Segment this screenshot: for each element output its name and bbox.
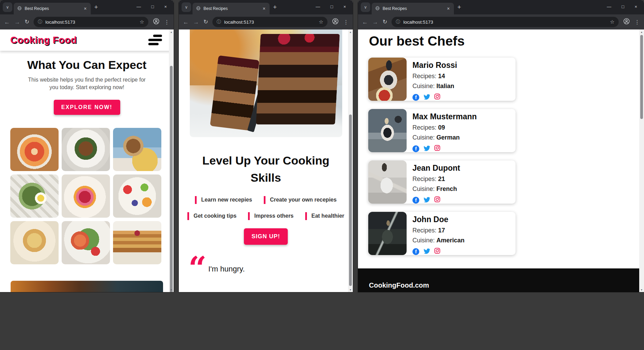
scroll-down-icon[interactable]: ▼: [348, 287, 353, 292]
tab-search-chevron-icon[interactable]: ∨: [182, 2, 191, 12]
instagram-icon[interactable]: [434, 248, 441, 255]
food-photo-pancakes: [113, 221, 161, 264]
food-photo-salmon: [62, 221, 110, 264]
back-icon[interactable]: ←: [183, 19, 189, 25]
page-viewport-2: Level Up Your Cooking Skills Learn new r…: [179, 29, 353, 292]
forward-icon[interactable]: →: [193, 19, 199, 25]
quote-text: I'm hungry.: [208, 265, 245, 274]
facebook-icon[interactable]: f: [412, 145, 419, 152]
instagram-icon[interactable]: [434, 93, 441, 101]
browser-toolbar: ← → ↻ ⓘ localhost:5173 ☆ ⋮: [0, 14, 174, 29]
site-footer: CookingFood.com: [358, 268, 644, 292]
menu-kebab-icon[interactable]: ⋮: [343, 19, 349, 25]
scrollbar-window-3[interactable]: ▲ ▼: [639, 29, 644, 292]
back-icon[interactable]: ←: [362, 19, 368, 25]
tab-best-recipes[interactable]: Best Recipes ×: [14, 3, 91, 14]
forward-icon[interactable]: →: [14, 19, 20, 25]
explore-now-button[interactable]: EXPLORE NOW!: [54, 100, 120, 115]
scroll-down-icon[interactable]: ▼: [639, 287, 644, 292]
maximize-button[interactable]: □: [622, 4, 624, 9]
tab-search-chevron-icon[interactable]: ∨: [3, 2, 12, 12]
bookmark-star-icon[interactable]: ☆: [140, 19, 144, 25]
url-text: localhost:5173: [403, 20, 433, 25]
tab-best-recipes[interactable]: Best Recipes ×: [193, 3, 270, 14]
food-photo-grid: [10, 128, 174, 264]
instagram-icon[interactable]: [434, 145, 441, 153]
twitter-icon[interactable]: [423, 93, 430, 101]
bookmark-star-icon[interactable]: ☆: [610, 19, 615, 25]
site-info-icon[interactable]: ⓘ: [396, 19, 400, 25]
chef-recipes: Recipes: 14: [412, 73, 457, 80]
url-bar[interactable]: ⓘ localhost:5173 ☆: [34, 17, 148, 27]
maximize-button[interactable]: □: [151, 4, 154, 9]
sign-up-button[interactable]: SIGN UP!: [244, 228, 288, 245]
feature-bar: [195, 196, 197, 204]
minimize-button[interactable]: —: [137, 4, 141, 9]
tab-close-icon[interactable]: ×: [446, 6, 450, 11]
reload-icon[interactable]: ↻: [25, 19, 29, 25]
facebook-icon[interactable]: f: [412, 248, 419, 255]
twitter-icon[interactable]: [423, 247, 430, 256]
feature-bar: [264, 196, 265, 204]
twitter-icon[interactable]: [423, 196, 430, 204]
feature-item: Impress others: [248, 212, 294, 220]
site-info-icon[interactable]: ⓘ: [38, 19, 42, 25]
tab-close-icon[interactable]: ×: [262, 6, 266, 11]
tab-close-icon[interactable]: ×: [83, 6, 87, 11]
chef-photo-making-pizza: [368, 58, 407, 101]
facebook-icon[interactable]: f: [412, 197, 419, 204]
food-photo-chicken-stirfry: [62, 128, 110, 171]
close-button[interactable]: ×: [634, 4, 637, 9]
scroll-up-icon[interactable]: ▲: [348, 29, 353, 34]
tab-search-chevron-icon[interactable]: ∨: [361, 2, 370, 12]
instagram-icon[interactable]: [434, 196, 441, 204]
chef-name: Max Mustermann: [412, 112, 477, 121]
close-button[interactable]: ×: [343, 4, 346, 9]
scrollbar-window-2[interactable]: ▲ ▼: [348, 29, 353, 292]
bookmark-star-icon[interactable]: ☆: [319, 19, 323, 25]
hamburger-icon[interactable]: [148, 35, 162, 45]
food-photo-spaghetti: [10, 221, 59, 264]
reload-icon[interactable]: ↻: [383, 19, 387, 25]
tab-bar: ∨ Best Recipes × + — □ ×: [0, 0, 174, 14]
page-viewport-3: Our best Chefs Mario Rossi Recipes: 14 C…: [358, 29, 644, 292]
scroll-up-icon[interactable]: ▲: [169, 29, 174, 34]
new-tab-button[interactable]: +: [457, 3, 461, 11]
tab-best-recipes[interactable]: Best Recipes ×: [372, 3, 454, 14]
chef-recipes: Recipes: 09: [412, 124, 477, 131]
tab-title: Best Recipes: [25, 6, 80, 11]
forward-icon[interactable]: →: [372, 19, 378, 25]
close-button[interactable]: ×: [164, 4, 167, 9]
tab-bar: ∨ Best Recipes × + — □ ×: [358, 0, 644, 14]
food-photo-smoothie-bowl: [62, 174, 110, 218]
facebook-icon[interactable]: f: [412, 94, 419, 101]
url-bar[interactable]: ⓘ localhost:5173 ☆: [392, 17, 619, 27]
site-info-icon[interactable]: ⓘ: [216, 19, 221, 25]
site-logo[interactable]: Cooking Food: [10, 35, 77, 46]
back-icon[interactable]: ←: [4, 19, 10, 25]
minimize-button[interactable]: —: [316, 4, 320, 9]
scroll-up-icon[interactable]: ▲: [639, 29, 644, 34]
profile-icon[interactable]: [332, 18, 339, 26]
site-header: Cooking Food: [0, 29, 174, 51]
menu-kebab-icon[interactable]: ⋮: [634, 19, 640, 25]
quote-icon: “: [188, 257, 207, 279]
scrollbar-thumb[interactable]: [170, 66, 173, 292]
reload-icon[interactable]: ↻: [203, 19, 208, 25]
chef-cuisine: Cuisine: French: [412, 185, 460, 193]
scrollbar-thumb[interactable]: [349, 114, 352, 286]
scrollbar-thumb[interactable]: [640, 35, 643, 119]
skills-heading: Level Up Your Cooking Skills: [182, 152, 349, 186]
url-bar[interactable]: ⓘ localhost:5173 ☆: [212, 17, 327, 27]
scroll-down-icon[interactable]: ▼: [169, 287, 174, 292]
scrollbar-window-1[interactable]: ▲ ▼: [169, 29, 174, 292]
profile-icon[interactable]: [153, 18, 160, 26]
maximize-button[interactable]: □: [331, 4, 333, 9]
minimize-button[interactable]: —: [607, 4, 611, 9]
twitter-icon[interactable]: [423, 144, 430, 153]
menu-kebab-icon[interactable]: ⋮: [164, 19, 170, 25]
screenshot-stage: ∨ Best Recipes × + — □ × ← → ↻ ⓘ localho…: [0, 0, 644, 350]
new-tab-button[interactable]: +: [273, 3, 277, 11]
new-tab-button[interactable]: +: [94, 3, 98, 11]
profile-icon[interactable]: [623, 18, 630, 26]
